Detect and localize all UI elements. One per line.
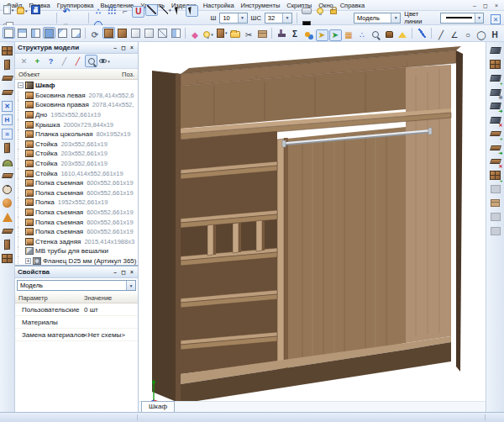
tree-item[interactable]: Боковина правая2078,414x552,: [15, 100, 138, 110]
tree-item[interactable]: МВ трубы для вешалки: [15, 246, 138, 256]
beam-tool-icon[interactable]: H: [489, 29, 501, 41]
close-button[interactable]: ×: [492, 2, 501, 9]
expand-icon[interactable]: +: [25, 258, 31, 264]
tree-item[interactable]: Полка съемная600x552,661x19: [15, 208, 138, 218]
points-icon[interactable]: ∴: [356, 29, 369, 41]
magnet-icon[interactable]: U: [132, 6, 144, 18]
tree-item[interactable]: Полка съемная600x552,661x19: [15, 227, 138, 237]
tree-item[interactable]: Планка цокольная80x1952x19: [15, 129, 138, 140]
library-icon[interactable]: [229, 29, 242, 40]
edge-combo[interactable]: 32▼: [265, 13, 292, 24]
render-solid-icon[interactable]: [102, 27, 115, 39]
panel-front-icon[interactable]: [1, 141, 14, 155]
property-row[interactable]: Замена материалов<Нет схемы>: [15, 329, 138, 341]
assembly-icon[interactable]: [416, 27, 428, 39]
bent-panel-icon[interactable]: [1, 224, 14, 238]
tree-item[interactable]: Крышка2000x729,844x19: [15, 119, 138, 129]
render-flat-icon[interactable]: [143, 27, 155, 39]
render-half-icon[interactable]: [170, 27, 182, 39]
find-icon[interactable]: [85, 55, 97, 67]
panel-arc-icon[interactable]: [1, 155, 14, 168]
tree-item[interactable]: +Фланец D25 мм (Артикул 365): [15, 256, 138, 265]
block-add-icon[interactable]: +: [489, 169, 502, 182]
tree-item[interactable]: Стойка1610,414x552,661x19: [15, 168, 138, 178]
block-disabled-icon[interactable]: [489, 182, 502, 196]
panel-close-button[interactable]: ×: [129, 269, 135, 276]
lock-icon[interactable]: [327, 4, 339, 16]
tree-root-item[interactable]: −Шкаф: [15, 81, 138, 91]
restore-button[interactable]: ◻: [481, 2, 490, 9]
render-white-icon[interactable]: [129, 27, 142, 39]
group-disabled-icon[interactable]: [489, 210, 502, 224]
grid-icon[interactable]: [105, 4, 118, 16]
arc-tool-icon[interactable]: ◯: [475, 29, 488, 41]
render-wire-icon[interactable]: [156, 27, 169, 39]
bag-icon[interactable]: [383, 28, 396, 40]
angle-tool-icon[interactable]: ∠: [449, 29, 461, 41]
group-disabled2-icon[interactable]: [489, 224, 502, 238]
tree-item[interactable]: Стойка203x552,661x19: [15, 159, 138, 169]
edge-delete-icon[interactable]: ✕: [489, 113, 502, 127]
view-iso2-icon[interactable]: [70, 27, 82, 39]
protractor-icon[interactable]: ⌐: [118, 6, 131, 18]
collapse-icon[interactable]: −: [18, 82, 24, 88]
tree-item[interactable]: Стойка203x552,661x19: [15, 140, 138, 150]
view-side-icon[interactable]: [29, 27, 42, 39]
rotate-view-icon[interactable]: ⟳: [89, 29, 102, 41]
panel-curve-icon[interactable]: [1, 169, 14, 182]
draw-line-icon[interactable]: [145, 4, 158, 16]
detail-delete-icon[interactable]: ✕: [489, 155, 502, 168]
panel-flat-icon[interactable]: [1, 86, 14, 99]
package-icon[interactable]: [256, 28, 269, 40]
line-tool-icon[interactable]: ╱: [435, 29, 448, 41]
hat-icon[interactable]: [396, 29, 409, 40]
new-document-icon[interactable]: ▾: [3, 4, 15, 16]
rotate-part-icon[interactable]: [1, 182, 14, 196]
render-textured-icon[interactable]: [116, 27, 129, 39]
sections-icon[interactable]: [1, 252, 14, 266]
panel-minimize-button[interactable]: –: [112, 269, 118, 276]
tree-item[interactable]: Полка съемная600x552,661x19: [15, 178, 138, 188]
tree-item[interactable]: Полка1952x552,661x19: [15, 198, 138, 208]
view-iso-icon[interactable]: [56, 27, 69, 39]
property-row[interactable]: Пользовательские0 шт: [15, 303, 138, 316]
open-icon[interactable]: ▾: [16, 5, 29, 17]
tree-item[interactable]: Стойка203x552,661x19: [15, 149, 138, 159]
tree-item[interactable]: Боковина левая2078,414x552,6: [15, 91, 138, 101]
edge-red-icon[interactable]: ╱: [71, 55, 84, 67]
select-part-icon[interactable]: ➤: [316, 29, 328, 41]
stamp-icon[interactable]: [276, 27, 288, 39]
panel-vertical-icon[interactable]: [1, 58, 14, 71]
eraser-icon[interactable]: [300, 5, 312, 17]
panel-close-button[interactable]: ×: [129, 45, 135, 51]
circle-tool-icon[interactable]: ○: [462, 29, 475, 41]
thick-panel-icon[interactable]: [1, 238, 14, 251]
material-icon[interactable]: ◆: [189, 29, 202, 41]
mode-combo[interactable]: Модель▼: [354, 13, 401, 24]
move-part-icon[interactable]: ➤: [329, 29, 342, 41]
view-shaded-icon[interactable]: [43, 27, 55, 39]
panel-float-button[interactable]: ◻: [120, 45, 127, 51]
fit-view-icon[interactable]: ✕: [489, 13, 501, 25]
select-cursor-icon[interactable]: [172, 5, 185, 17]
crate-icon[interactable]: [489, 197, 502, 210]
width-combo[interactable]: 10▼: [219, 13, 247, 24]
visibility-icon[interactable]: ▾: [98, 55, 111, 67]
zoom-part-icon[interactable]: [370, 29, 382, 40]
document-tab[interactable]: Шкаф: [141, 401, 175, 412]
save-icon[interactable]: [29, 4, 42, 16]
move-tool-icon[interactable]: ✕: [1, 99, 14, 113]
menu-item-8[interactable]: Инструменты: [238, 2, 284, 9]
edge-gray-icon[interactable]: ╱: [58, 55, 71, 67]
tree-item[interactable]: Стенка задняя2015,414x1988x3: [15, 237, 138, 247]
edge-settings-icon[interactable]: ✱: [489, 86, 502, 99]
panel-horizontal-icon[interactable]: [1, 71, 14, 85]
cabinet-3d-view[interactable]: [139, 42, 485, 412]
tree-item[interactable]: Полка съемная600x552,661x19: [15, 188, 138, 198]
light-icon[interactable]: [313, 5, 326, 17]
properties-object-combo[interactable]: Модель▼: [17, 280, 136, 291]
snap-points-icon[interactable]: ∴: [92, 6, 104, 18]
cabinet-tool-icon[interactable]: [1, 44, 14, 57]
lighting-icon[interactable]: ▾: [202, 29, 215, 40]
edge-add-icon[interactable]: +: [489, 71, 502, 85]
